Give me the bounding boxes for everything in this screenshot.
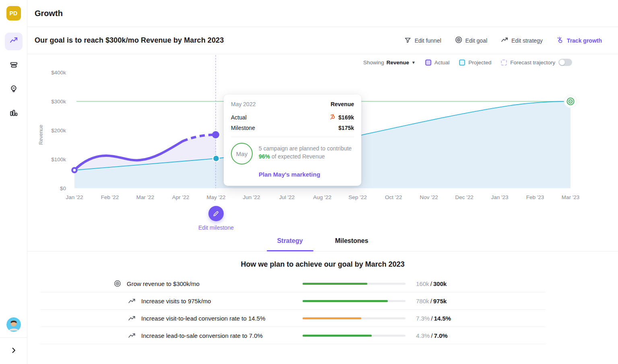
funnel-icon <box>404 37 411 45</box>
plan-marketing-link[interactable]: Plan May's marketing <box>259 171 354 178</box>
milestone-hover-point[interactable] <box>212 131 219 138</box>
x-tick: May '22 <box>207 194 226 200</box>
progress-values: 7.3%/14.5% <box>416 315 451 322</box>
note-line1: 5 campaign are planned to contribute <box>259 145 352 152</box>
forecast-swatch <box>501 60 507 66</box>
hubspot-icon <box>330 114 336 121</box>
tooltip-milestone-label: Milestone <box>231 125 255 131</box>
y-tick: $0 <box>60 185 66 191</box>
progress-bar <box>303 300 406 302</box>
sidebar-item-ideas[interactable] <box>5 81 23 99</box>
track-growth-label: Track growth <box>567 37 602 44</box>
forecast-trajectory-toggle[interactable] <box>558 59 572 66</box>
x-tick: Oct '22 <box>385 194 402 200</box>
y-axis-label: Revenue <box>38 125 44 145</box>
pencil-icon <box>208 206 224 221</box>
actual-swatch <box>425 60 431 66</box>
edit-milestone-label: Edit milestone <box>198 224 234 231</box>
legend-projected-label: Projected <box>468 60 491 66</box>
projected-swatch <box>459 60 465 66</box>
trend-up-icon <box>128 332 136 339</box>
x-tick: Mar '22 <box>136 194 154 200</box>
edit-goal-button[interactable]: Edit goal <box>455 36 487 45</box>
goal-header: Our goal is to reach $300k/mo Revenue by… <box>27 27 618 54</box>
main-content: Growth Our goal is to reach $300k/mo Rev… <box>27 0 618 364</box>
tab-strategy[interactable]: Strategy <box>272 230 309 251</box>
track-growth-button[interactable]: Track growth <box>556 36 602 45</box>
objective-label: Grow revenue to $300k/mo <box>127 280 200 287</box>
tooltip-actual-label: Actual <box>231 114 247 121</box>
edit-funnel-button[interactable]: Edit funnel <box>404 37 441 45</box>
x-tick: Mar '23 <box>562 194 580 200</box>
tooltip-actual-value: $169k <box>338 114 354 121</box>
progress-bar <box>303 283 406 285</box>
showing-label: Showing <box>363 60 384 66</box>
click-hand-icon <box>556 36 564 45</box>
x-tick: Jun '22 <box>243 194 260 200</box>
x-tick: Feb '23 <box>526 194 544 200</box>
target-value: 7.0% <box>434 332 447 339</box>
sidebar-item-funnel[interactable] <box>5 57 23 74</box>
value-separator: / <box>431 315 433 322</box>
page-title: Growth <box>35 9 63 18</box>
note-highlight: 96% <box>259 153 270 160</box>
metric-selector[interactable]: Showing Revenue ▼ <box>363 60 416 66</box>
tabs-bar: Strategy Milestones <box>27 230 618 251</box>
projected-hover-point[interactable] <box>213 155 219 162</box>
sidebar-collapse-button[interactable] <box>0 337 27 364</box>
y-tick: $200k <box>51 128 66 134</box>
sidebar: PD <box>0 0 27 364</box>
target-value: 975k <box>433 298 447 304</box>
edit-funnel-label: Edit funnel <box>414 37 441 44</box>
note-line2: of expected Revenue <box>270 153 325 160</box>
y-tick: $400k <box>51 70 66 76</box>
legend-actual[interactable]: Actual <box>425 60 450 66</box>
objective-label: Increase visit-to-lead conversion rate t… <box>141 315 266 322</box>
progress-bar <box>303 317 406 319</box>
target-icon <box>455 36 462 45</box>
user-avatar[interactable] <box>6 317 21 332</box>
x-tick: Jul '22 <box>279 194 295 200</box>
progress-values: 4.3%/7.0% <box>416 332 448 339</box>
sidebar-item-growth[interactable] <box>5 33 23 50</box>
tooltip-divider <box>231 137 354 137</box>
trend-up-icon <box>128 297 136 305</box>
chart-legend: Showing Revenue ▼ Actual Projected Forec… <box>363 59 572 66</box>
target-icon <box>114 280 121 287</box>
progress-fill <box>303 317 361 319</box>
funnel-stack-icon <box>9 60 18 71</box>
x-tick: Sep '22 <box>348 194 367 200</box>
edit-goal-label: Edit goal <box>466 37 487 44</box>
target-value: 300k <box>433 280 447 287</box>
month-badge: May <box>231 143 253 165</box>
app-logo[interactable]: PD <box>6 6 21 21</box>
edit-strategy-button[interactable]: Edit strategy <box>501 36 543 45</box>
lightbulb-icon <box>9 84 18 95</box>
tab-milestones[interactable]: Milestones <box>330 230 374 251</box>
legend-forecast-trajectory: Forecast trajectory <box>501 59 572 66</box>
legend-projected[interactable]: Projected <box>459 60 491 66</box>
y-tick: $100k <box>51 156 66 162</box>
x-tick: Dec '22 <box>455 194 473 200</box>
app-window: PD <box>0 0 618 364</box>
table-row[interactable]: Increase visits to 975k/mo 780k/975k <box>40 292 546 310</box>
table-row[interactable]: Grow revenue to $300k/mo 160k/300k <box>40 275 546 292</box>
sidebar-item-reports[interactable] <box>5 105 23 123</box>
current-value: 4.3% <box>416 332 430 339</box>
progress-fill <box>303 283 367 285</box>
table-row[interactable]: Increase visit-to-lead conversion rate t… <box>40 310 546 327</box>
target-value: 14.5% <box>434 315 451 322</box>
goal-actions: Edit funnel Edit goal Edit strategy <box>404 36 602 45</box>
target-badge-icon[interactable] <box>564 95 577 108</box>
x-tick: Jan '22 <box>66 194 83 200</box>
progress-values: 160k/300k <box>416 280 447 287</box>
trend-up-icon <box>9 36 18 47</box>
progress-fill <box>303 300 388 302</box>
chevron-down-icon: ▼ <box>412 60 416 65</box>
edit-milestone-button[interactable]: Edit milestone <box>198 206 234 231</box>
y-tick: $300k <box>51 99 66 105</box>
x-tick: Nov '22 <box>420 194 438 200</box>
x-tick: Feb '22 <box>101 194 119 200</box>
table-row[interactable]: Increase lead-to-sale conversion rate to… <box>40 327 546 344</box>
trend-up-icon <box>501 36 508 45</box>
